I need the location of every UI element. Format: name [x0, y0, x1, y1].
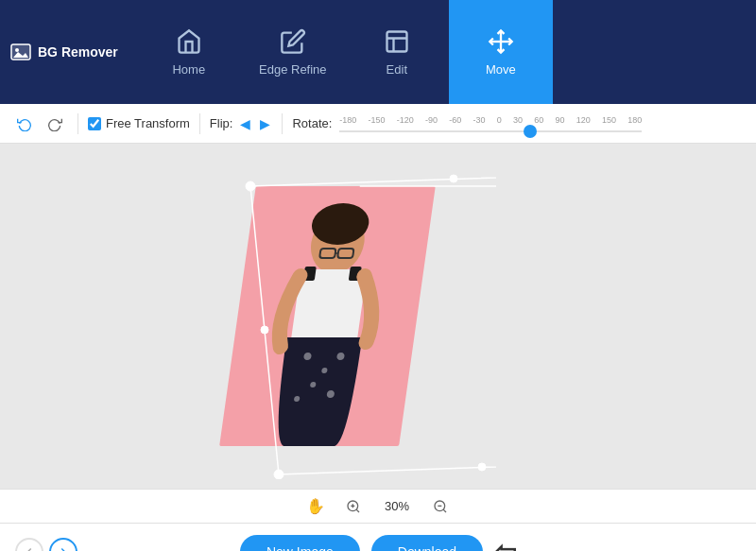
toolbar-divider-3 — [282, 113, 283, 134]
free-transform-group: Free Transform — [88, 116, 190, 130]
svg-rect-2 — [387, 31, 406, 51]
svg-point-25 — [274, 470, 284, 479]
toolbar-divider-2 — [199, 113, 200, 134]
free-transform-label: Free Transform — [106, 116, 190, 130]
tab-edit-label: Edit — [387, 62, 407, 77]
toolbar-divider-1 — [77, 113, 78, 134]
nav-tabs: Home Edge Refine Edit — [137, 0, 553, 104]
flip-label: Flip: — [210, 116, 233, 130]
new-image-button[interactable]: New Image — [240, 535, 360, 552]
download-button[interactable]: Download — [371, 535, 483, 552]
zoom-bar: ✋ 30% — [0, 489, 756, 523]
app-name-label: BG Remover — [38, 44, 118, 60]
rotate-group: Rotate: -180 -150 -120 -90 -60 -30 0 30 … — [292, 115, 745, 132]
arrow-indicator: ⇦ — [494, 536, 516, 551]
redo-button[interactable] — [42, 111, 68, 137]
flip-group: Flip: ◀ ▶ — [210, 114, 273, 133]
tab-edge-refine-label: Edge Refine — [259, 62, 327, 77]
transform-container[interactable] — [203, 158, 496, 460]
hand-tool-button[interactable]: ✋ — [302, 493, 329, 520]
app-logo: BG Remover — [9, 41, 118, 63]
zoom-in-button[interactable] — [340, 493, 367, 520]
svg-line-31 — [356, 509, 359, 512]
flip-vertical-button[interactable]: ▶ — [258, 114, 272, 133]
next-button[interactable] — [49, 538, 77, 552]
tab-move[interactable]: Move — [449, 0, 553, 104]
svg-point-1 — [15, 48, 19, 52]
tab-home[interactable]: Home — [137, 0, 241, 104]
canvas-area — [0, 144, 756, 489]
tab-move-label: Move — [486, 62, 516, 77]
rotate-label: Rotate: — [292, 116, 332, 130]
rotate-track-line — [339, 130, 642, 132]
rotate-scale: -180 -150 -120 -90 -60 -30 0 30 60 90 12… — [339, 115, 642, 125]
flip-horizontal-button[interactable]: ◀ — [238, 114, 252, 133]
footer-nav — [15, 538, 77, 552]
tab-edge-refine[interactable]: Edge Refine — [241, 0, 345, 104]
rotate-slider[interactable]: -180 -150 -120 -90 -60 -30 0 30 60 90 12… — [339, 115, 642, 132]
rotate-thumb — [524, 125, 537, 138]
footer: New Image Download ⇦ — [0, 523, 756, 551]
transform-svg — [203, 158, 496, 479]
tab-home-label: Home — [172, 62, 205, 77]
header: BG Remover Home Edge Refine Edit — [0, 0, 756, 104]
undo-redo-group — [11, 111, 68, 137]
svg-point-22 — [246, 181, 255, 191]
svg-line-35 — [443, 509, 446, 512]
free-transform-checkbox[interactable] — [88, 117, 101, 130]
undo-button[interactable] — [11, 111, 38, 137]
zoom-out-button[interactable] — [427, 493, 454, 520]
tab-edit[interactable]: Edit — [345, 0, 449, 104]
svg-point-26 — [450, 175, 457, 182]
svg-point-28 — [478, 463, 486, 471]
toolbar: Free Transform Flip: ◀ ▶ Rotate: -180 -1… — [0, 104, 756, 144]
zoom-value-label: 30% — [378, 499, 416, 513]
svg-point-29 — [261, 326, 268, 334]
free-transform-checkbox-label[interactable]: Free Transform — [88, 116, 190, 130]
prev-button[interactable] — [15, 538, 43, 552]
